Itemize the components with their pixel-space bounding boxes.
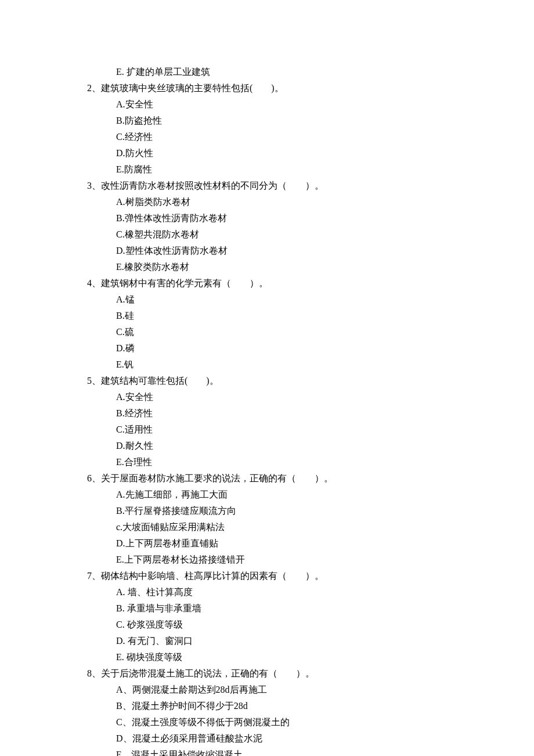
option: D. 有无门、窗洞口 bbox=[87, 633, 447, 649]
q-text: 建筑结构可靠性包括( )。 bbox=[101, 376, 219, 386]
option: C. 砂浆强度等级 bbox=[87, 617, 447, 633]
option: E.合理性 bbox=[87, 454, 447, 470]
option: B.防盗抢性 bbox=[87, 113, 447, 129]
option: c.大坡面铺贴应采用满粘法 bbox=[87, 519, 447, 535]
option: B.弹性体改性沥青防水卷材 bbox=[87, 210, 447, 226]
option: B.平行屋脊搭接缝应顺流方向 bbox=[87, 503, 447, 519]
q-num: 5、 bbox=[87, 376, 101, 386]
question-6: 6、关于屋面卷材防水施工要求的说法，正确的有（ ）。 bbox=[87, 470, 447, 487]
q-text: 关于后浇带混凝土施工的说法，正确的有（ ）。 bbox=[101, 668, 315, 678]
option: E.橡胶类防水卷材 bbox=[87, 259, 447, 275]
option: E.上下两层卷材长边搭接缝错开 bbox=[87, 552, 447, 568]
option: A.安全性 bbox=[87, 96, 447, 113]
option: D、混凝土必须采用普通硅酸盐水泥 bbox=[87, 730, 447, 747]
option: C.适用性 bbox=[87, 422, 447, 438]
question-4: 4、建筑钢材中有害的化学元素有（ ）。 bbox=[87, 275, 447, 291]
option: C.橡塑共混防水卷材 bbox=[87, 226, 447, 243]
q-num: 7、 bbox=[87, 571, 101, 581]
option: C.经济性 bbox=[87, 129, 447, 145]
orphan-option: E. 扩建的单层工业建筑 bbox=[87, 64, 447, 80]
option: B.经济性 bbox=[87, 405, 447, 422]
q-text: 改性沥青防水卷材按照改性材料的不同分为（ ）。 bbox=[101, 181, 324, 190]
question-7: 7、砌体结构中影响墙、柱高厚比计算的因素有（ ）。 bbox=[87, 568, 447, 584]
option: A.树脂类防水卷材 bbox=[87, 194, 447, 210]
q-text: 关于屋面卷材防水施工要求的说法，正确的有（ ）。 bbox=[101, 473, 333, 483]
q-num: 2、 bbox=[87, 83, 101, 93]
question-2: 2、建筑玻璃中夹丝玻璃的主要特性包括( )。 bbox=[87, 80, 447, 96]
q-num: 8、 bbox=[87, 668, 101, 678]
question-8: 8、关于后浇带混凝土施工的说法，正确的有（ ）。 bbox=[87, 665, 447, 682]
option: D.上下两层卷材垂直铺贴 bbox=[87, 535, 447, 552]
option: E、混凝土采用补偿收缩混凝土 bbox=[87, 747, 447, 756]
question-5: 5、建筑结构可靠性包括( )。 bbox=[87, 373, 447, 389]
option: D.磷 bbox=[87, 340, 447, 357]
q-text: 砌体结构中影响墙、柱高厚比计算的因素有（ ）。 bbox=[101, 571, 324, 581]
option: A.先施工细部，再施工大面 bbox=[87, 487, 447, 503]
question-3: 3、改性沥青防水卷材按照改性材料的不同分为（ ）。 bbox=[87, 178, 447, 194]
q-text: 建筑玻璃中夹丝玻璃的主要特性包括( )。 bbox=[101, 83, 284, 93]
q-num: 4、 bbox=[87, 278, 101, 288]
option: E. 砌块强度等级 bbox=[87, 649, 447, 665]
page-content: E. 扩建的单层工业建筑 2、建筑玻璃中夹丝玻璃的主要特性包括( )。 A.安全… bbox=[0, 0, 534, 756]
option: C.硫 bbox=[87, 324, 447, 340]
option: A、两侧混凝土龄期达到28d后再施工 bbox=[87, 682, 447, 698]
option: A.锰 bbox=[87, 291, 447, 308]
option: B. 承重墙与非承重墙 bbox=[87, 600, 447, 617]
option: E.钒 bbox=[87, 357, 447, 373]
option: B.硅 bbox=[87, 308, 447, 324]
option: D.塑性体改性沥青防水卷材 bbox=[87, 243, 447, 259]
option: B、混凝土养护时间不得少于28d bbox=[87, 698, 447, 714]
q-num: 6、 bbox=[87, 473, 101, 483]
option: D.耐久性 bbox=[87, 438, 447, 454]
option: A.安全性 bbox=[87, 389, 447, 405]
option: D.防火性 bbox=[87, 145, 447, 161]
option: C、混凝土强度等级不得低于两侧混凝土的 bbox=[87, 714, 447, 730]
option: A. 墙、柱计算高度 bbox=[87, 584, 447, 600]
q-text: 建筑钢材中有害的化学元素有（ ）。 bbox=[101, 278, 268, 288]
q-num: 3、 bbox=[87, 181, 101, 190]
option: E.防腐性 bbox=[87, 161, 447, 178]
